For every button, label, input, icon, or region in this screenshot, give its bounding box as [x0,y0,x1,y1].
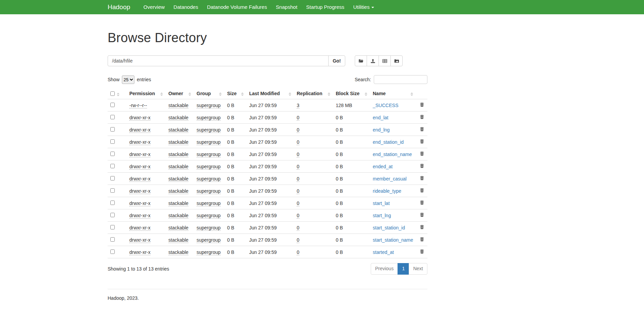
name-cell: start_station_name [370,234,416,246]
sort-icon [365,92,367,96]
block-size-cell: 0 B [333,209,370,222]
permission-value: drwxr-xr-x [129,115,150,121]
delete-button[interactable] [419,212,425,219]
nav-item-datanodes[interactable]: Datanodes [169,0,203,14]
go-button[interactable]: Go! [328,55,345,66]
owner-cell: stackable [166,222,194,234]
nav-item-startup-progress[interactable]: Startup Progress [302,0,349,14]
row-checkbox[interactable] [110,225,115,229]
row-checkbox[interactable] [110,164,115,168]
col-header-permission[interactable]: Permission [127,88,166,99]
row-checkbox[interactable] [110,115,115,119]
nav-item-utilities[interactable]: Utilities [349,0,378,14]
table-grid-button[interactable] [379,55,391,66]
row-checkbox[interactable] [110,249,115,254]
row-checkbox-cell [108,136,127,148]
col-header-replication[interactable]: Replication [294,88,333,99]
nav-item-overview[interactable]: Overview [139,0,169,14]
file-name-link[interactable]: end_lng [373,127,390,133]
col-header-last-modified[interactable]: Last Modified [246,88,294,99]
delete-button[interactable] [419,200,425,207]
file-name-link[interactable]: start_station_id [373,225,405,230]
row-checkbox[interactable] [110,201,115,205]
pagination-previous[interactable]: Previous [371,263,398,275]
file-name-link[interactable]: start_lat [373,201,390,206]
row-checkbox[interactable] [110,188,115,193]
row-checkbox-cell [108,148,127,160]
file-name-link[interactable]: member_casual [373,176,407,182]
permission-cell: drwxr-xr-x [127,136,166,148]
trash-icon [420,249,424,254]
size-cell: 0 B [224,160,246,173]
sort-icon [289,92,291,96]
row-checkbox[interactable] [110,152,115,156]
page-size-select[interactable]: 25 [122,75,134,84]
delete-button[interactable] [419,224,425,231]
trash-icon [420,237,424,242]
file-name-link[interactable]: _SUCCESS [373,103,398,108]
file-name-link[interactable]: end_lat [373,115,388,120]
delete-button[interactable] [419,187,425,194]
col-header-last-modified-label: Last Modified [249,91,280,96]
move-folder-button[interactable] [390,55,403,66]
delete-button[interactable] [419,248,425,256]
row-checkbox[interactable] [110,176,115,180]
last-modified-cell: Jun 27 09:59 [246,124,294,136]
file-name-link[interactable]: end_station_name [373,152,412,157]
file-name-link[interactable]: ended_at [373,164,392,169]
delete-button[interactable] [419,126,425,133]
owner-cell: stackable [166,197,194,209]
nav-item-snapshot[interactable]: Snapshot [271,0,301,14]
nav-item-datanode-volume-failures[interactable]: Datanode Volume Failures [203,0,272,14]
pagination-page-1[interactable]: 1 [398,263,409,275]
file-name-link[interactable]: start_station_name [373,237,413,243]
permission-value: drwxr-xr-x [129,176,150,182]
actions-cell [416,160,427,173]
row-checkbox[interactable] [110,213,115,217]
trash-icon [420,151,424,156]
table-row: drwxr-xr-x stackable supergroup 0 B Jun … [108,209,427,222]
file-name-link[interactable]: started_at [373,249,394,255]
chevron-down-icon [371,7,374,8]
col-header-name[interactable]: Name [370,88,416,99]
permission-value: drwxr-xr-x [129,139,150,145]
file-name-link[interactable]: rideable_type [373,188,401,194]
file-name-link[interactable]: end_station_id [373,139,404,145]
delete-button[interactable] [419,151,425,158]
col-header-group[interactable]: Group [194,88,224,99]
actions-cell [416,246,427,258]
sort-icon[interactable] [117,93,119,96]
trash-icon [420,102,424,107]
delete-button[interactable] [419,175,425,182]
open-folder-button[interactable] [355,55,367,66]
col-header-size[interactable]: Size [224,88,246,99]
row-checkbox[interactable] [110,237,115,242]
last-modified-cell: Jun 27 09:59 [246,197,294,209]
delete-button[interactable] [419,236,425,243]
select-all-checkbox[interactable] [110,91,115,96]
row-checkbox[interactable] [110,127,115,132]
block-size-cell: 0 B [333,160,370,173]
pagination-next[interactable]: Next [409,263,427,275]
row-checkbox-cell [108,99,127,111]
open-folder-icon [358,58,364,64]
col-header-group-label: Group [197,91,211,96]
row-checkbox[interactable] [110,139,115,144]
last-modified-cell: Jun 27 09:59 [246,185,294,197]
row-checkbox[interactable] [110,103,115,107]
delete-button[interactable] [419,163,425,170]
delete-button[interactable] [419,102,425,109]
replication-value: 0 [297,164,299,170]
owner-value: stackable [168,249,188,255]
navbar-brand[interactable]: Hadoop [108,0,130,14]
delete-button[interactable] [419,114,425,121]
file-name-link[interactable]: start_lng [373,213,391,218]
upload-button[interactable] [367,55,379,66]
directory-path-input[interactable] [108,55,329,66]
group-cell: supergroup [194,197,224,209]
col-header-owner[interactable]: Owner [166,88,194,99]
col-header-block-size[interactable]: Block Size [333,88,370,99]
search-input[interactable] [374,75,427,84]
delete-button[interactable] [419,138,425,145]
actions-cell [416,197,427,209]
